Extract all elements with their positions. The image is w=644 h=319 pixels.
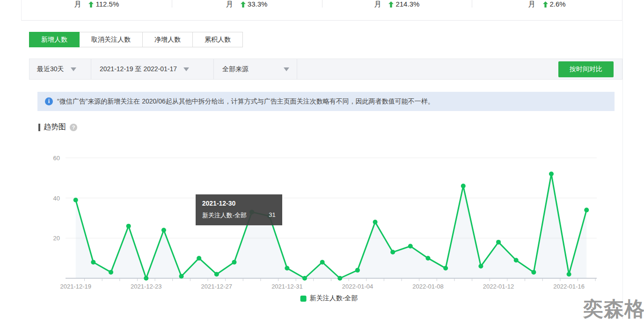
stat-change-value: 2.6% <box>550 0 566 8</box>
svg-text:2022-01-04: 2022-01-04 <box>342 283 373 290</box>
tab-cumulative[interactable]: 累积人数 <box>192 32 243 47</box>
stat-card: 月 214.3% <box>322 0 472 20</box>
up-arrow-icon <box>388 1 394 7</box>
trend-chart: 2040602021-12-192021-12-232021-12-272021… <box>0 0 644 319</box>
trend-section-title: 趋势图 ? <box>38 122 77 132</box>
svg-text:2022-01-08: 2022-01-08 <box>412 283 444 290</box>
info-banner-text: “微信广告”来源的新增关注在 2020/06起从其他中拆分给出，计算方式与广告主… <box>57 97 434 106</box>
info-banner: i “微信广告”来源的新增关注在 2020/06起从其他中拆分给出，计算方式与广… <box>37 92 615 111</box>
legend-swatch-icon <box>300 296 307 302</box>
date-range-value: 2021-12-19 至 2022-01-17 <box>100 65 177 74</box>
compare-by-time-button[interactable]: 按时间对比 <box>558 61 614 77</box>
stat-card: 月 112.5% <box>22 0 172 20</box>
stat-change: 33.3% <box>241 0 268 8</box>
tab-new-followers[interactable]: 新增人数 <box>29 32 80 47</box>
svg-text:2022-01-16: 2022-01-16 <box>553 283 585 290</box>
svg-text:60: 60 <box>53 155 60 162</box>
stat-period-toggle[interactable]: 月 <box>74 0 81 8</box>
section-title-text: 趋势图 <box>44 122 66 132</box>
chevron-down-icon <box>183 67 189 71</box>
stats-row: 月 112.5% 月 33.3% 月 214.3% <box>21 0 622 21</box>
range-dropdown-value: 最近30天 <box>37 65 64 74</box>
filter-spacer <box>297 59 558 79</box>
title-accent-bar <box>38 124 40 131</box>
metric-tabs: 新增人数 取消关注人数 净增人数 累积人数 <box>29 32 243 47</box>
stat-change: 2.6% <box>543 0 566 8</box>
stat-change-value: 112.5% <box>95 0 119 8</box>
stat-change-value: 214.3% <box>395 0 419 8</box>
svg-text:2021-12-27: 2021-12-27 <box>201 283 233 290</box>
stat-change-value: 33.3% <box>248 0 268 8</box>
legend-label: 新关注人数-全部 <box>310 294 358 303</box>
stat-period-toggle[interactable]: 月 <box>374 0 381 8</box>
help-icon[interactable]: ? <box>70 124 77 131</box>
chevron-down-icon <box>284 67 289 71</box>
stat-period-toggle[interactable]: 月 <box>226 0 233 8</box>
stat-card: 月 2.6% <box>472 0 622 20</box>
legend-item[interactable]: 新关注人数-全部 <box>300 294 358 303</box>
svg-text:40: 40 <box>53 195 60 202</box>
svg-text:2022-01-12: 2022-01-12 <box>483 283 514 290</box>
filter-bar: 最近30天 2021-12-19 至 2022-01-17 全部来源 按时间对比 <box>29 59 622 80</box>
up-arrow-icon <box>241 1 246 7</box>
up-arrow-icon <box>88 1 94 7</box>
range-dropdown[interactable]: 最近30天 <box>29 59 91 79</box>
source-dropdown[interactable]: 全部来源 <box>214 59 297 79</box>
source-dropdown-value: 全部来源 <box>222 65 249 74</box>
stat-change: 214.3% <box>388 0 419 8</box>
tab-unfollowers[interactable]: 取消关注人数 <box>79 32 143 47</box>
info-icon: i <box>45 97 53 105</box>
content-right-border <box>622 21 623 319</box>
stat-period-toggle[interactable]: 月 <box>528 0 535 8</box>
up-arrow-icon <box>543 1 548 7</box>
trend-chart-svg[interactable]: 2040602021-12-192021-12-232021-12-272021… <box>42 141 622 291</box>
tab-net-growth[interactable]: 净增人数 <box>142 32 193 47</box>
svg-text:2021-12-23: 2021-12-23 <box>131 283 162 290</box>
date-range-dropdown[interactable]: 2021-12-19 至 2022-01-17 <box>91 59 214 79</box>
stat-card: 月 33.3% <box>172 0 322 20</box>
watermark-text: 奕森格 <box>583 299 644 319</box>
svg-text:20: 20 <box>53 235 60 242</box>
chevron-down-icon <box>71 67 76 71</box>
stat-change: 112.5% <box>88 0 119 8</box>
svg-text:2021-12-31: 2021-12-31 <box>271 283 303 290</box>
follower-analytics-page: 月 112.5% 月 33.3% 月 214.3% <box>0 0 644 319</box>
svg-text:2021-12-19: 2021-12-19 <box>60 283 91 290</box>
